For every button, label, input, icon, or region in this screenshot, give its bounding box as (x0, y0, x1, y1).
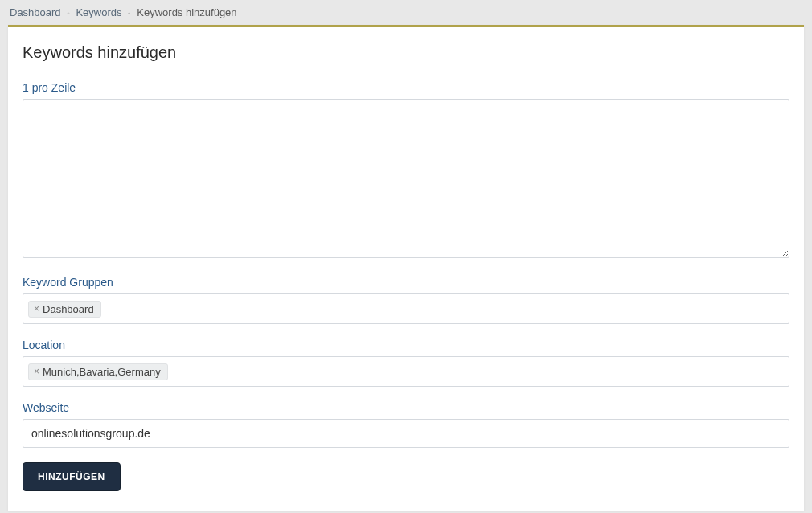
tag-location-munich[interactable]: × Munich,Bavaria,Germany (28, 363, 168, 380)
breadcrumb-keywords[interactable]: Keywords (76, 6, 121, 18)
breadcrumb-separator-icon: ◦ (128, 9, 131, 18)
keyword-groups-label: Keyword Gruppen (23, 276, 789, 289)
location-input[interactable]: × Munich,Bavaria,Germany (23, 356, 789, 387)
keywords-label: 1 pro Zeile (23, 81, 789, 94)
website-label: Webseite (23, 401, 789, 414)
page-title: Keywords hinzufügen (23, 43, 789, 62)
close-icon[interactable]: × (34, 304, 39, 314)
tag-dashboard[interactable]: × Dashboard (28, 301, 101, 318)
breadcrumb-current: Keywords hinzufügen (137, 6, 236, 18)
breadcrumb-dashboard[interactable]: Dashboard (10, 6, 61, 18)
submit-button[interactable]: HINZUFÜGEN (23, 462, 121, 491)
keywords-group: 1 pro Zeile (23, 81, 789, 261)
breadcrumb-separator-icon: ◦ (67, 9, 70, 18)
website-input[interactable] (23, 419, 789, 448)
tag-label: Munich,Bavaria,Germany (43, 366, 161, 378)
keyword-groups-input[interactable]: × Dashboard (23, 293, 789, 324)
close-icon[interactable]: × (34, 367, 39, 376)
keywords-textarea[interactable] (23, 99, 789, 258)
keyword-groups-group: Keyword Gruppen × Dashboard (23, 276, 789, 324)
website-group: Webseite (23, 401, 789, 448)
location-label: Location (23, 339, 789, 351)
main-panel: Keywords hinzufügen 1 pro Zeile Keyword … (8, 25, 804, 511)
breadcrumb: Dashboard ◦ Keywords ◦ Keywords hinzufüg… (0, 0, 812, 25)
location-group: Location × Munich,Bavaria,Germany (23, 339, 789, 387)
tag-label: Dashboard (43, 303, 94, 315)
